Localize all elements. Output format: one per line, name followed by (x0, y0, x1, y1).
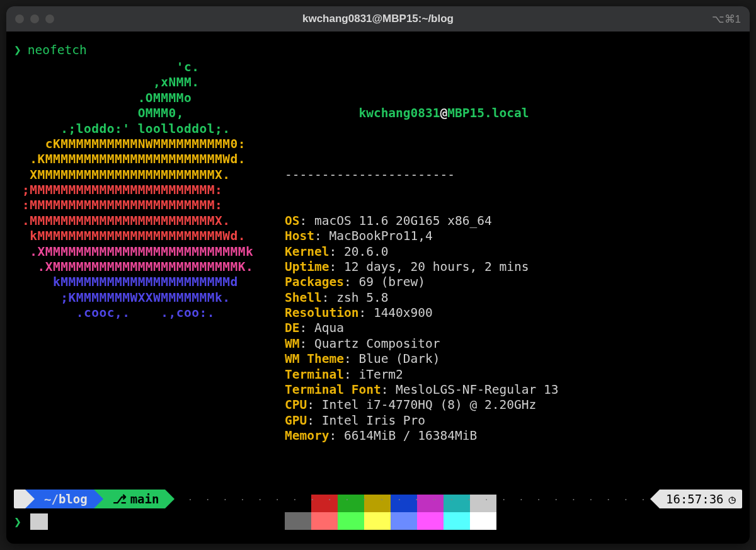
prompt-arrow-icon: ❯ (14, 43, 21, 57)
command-text: neofetch (28, 43, 87, 57)
info-separator: ----------------------- (285, 168, 558, 183)
info-value: 12 days, 20 hours, 2 mins (344, 260, 529, 274)
ascii-line: .;loddo:' loolloddol;. (14, 122, 285, 137)
color-swatch (444, 512, 470, 530)
terminal-body[interactable]: ❯ neofetch 'c. ,xNMM. .OMMMMo OMMM0, .;l… (6, 32, 750, 544)
ascii-line: ;MMMMMMMMMMMMMMMMMMMMMMMM: (14, 183, 285, 198)
info-row: WM: Quartz Compositor (285, 336, 558, 352)
info-row: CPU: Intel i7-4770HQ (8) @ 2.20GHz (285, 398, 558, 413)
powerline-filler: · · · · · · · · · · · · · · · · · · · · … (165, 495, 660, 504)
info-value: 20.6.0 (344, 244, 388, 259)
window-shortcut-hint: ⌥⌘1 (712, 13, 741, 26)
ascii-line: .KMMMMMMMMMMMMMMMMMMMMMMMWd. (14, 152, 285, 167)
info-colon: : (344, 275, 358, 289)
titlebar: kwchang0831@MBP15:~/blog ⌥⌘1 (6, 6, 750, 32)
info-colon: : (344, 367, 358, 382)
info-value: Blue (Dark) (358, 352, 440, 366)
info-value: zsh 5.8 (336, 290, 388, 305)
info-key: GPU (285, 413, 307, 428)
ascii-line: :MMMMMMMMMMMMMMMMMMMMMMMM: (14, 198, 285, 213)
color-swatch (417, 512, 444, 530)
info-value: Aqua (314, 321, 344, 335)
ascii-line: cKMMMMMMMMMMNWMMMMMMMMMM0: (14, 137, 285, 152)
info-colon: : (299, 321, 314, 335)
color-swatch (391, 512, 417, 530)
info-value: 69 (brew) (358, 275, 425, 289)
info-row: Resolution: 1440x900 (285, 306, 558, 321)
info-row: Terminal: iTerm2 (285, 367, 558, 382)
info-row: OS: macOS 11.6 20G165 x86_64 (285, 214, 558, 229)
zoom-button[interactable] (45, 14, 54, 23)
info-row: WM Theme: Blue (Dark) (285, 352, 558, 367)
command-line: ❯ neofetch (14, 43, 742, 57)
info-key: CPU (285, 398, 307, 412)
powerline-os-segment (14, 490, 25, 508)
ascii-line: ,xNMM. (14, 75, 285, 90)
info-row: Host: MacBookPro11,4 (285, 229, 558, 244)
info-colon: : (358, 306, 373, 320)
info-colon: : (344, 352, 358, 366)
ascii-line: 'c. (14, 60, 285, 75)
neofetch-output: 'c. ,xNMM. .OMMMMo OMMM0, .;loddo:' lool… (14, 60, 742, 544)
ascii-line: XMMMMMMMMMMMMMMMMMMMMMMMX. (14, 168, 285, 183)
info-value: iTerm2 (358, 367, 403, 382)
system-info: kwchang0831@MBP15.local ----------------… (285, 60, 558, 544)
info-key: Kernel (285, 244, 329, 259)
color-swatch (285, 512, 311, 530)
info-colon: : (299, 336, 314, 351)
info-colon: : (329, 260, 343, 274)
info-header: kwchang0831@MBP15.local (285, 91, 558, 137)
info-row: Shell: zsh 5.8 (285, 290, 558, 306)
info-key: Resolution (285, 306, 358, 320)
info-row: GPU: Intel Iris Pro (285, 413, 558, 428)
terminal-window: kwchang0831@MBP15:~/blog ⌥⌘1 ❯ neofetch … (6, 6, 750, 544)
color-swatch (364, 512, 391, 530)
info-key: Host (285, 229, 314, 243)
close-button[interactable] (15, 14, 24, 23)
info-value: Quartz Compositor (314, 336, 440, 351)
info-row: Uptime: 12 days, 20 hours, 2 mins (285, 260, 558, 275)
powerline-path-segment: ~/blog (25, 490, 94, 508)
info-colon: : (329, 244, 343, 259)
ascii-line: .XMMMMMMMMMMMMMMMMMMMMMMMMMMk (14, 244, 285, 260)
info-key: OS (285, 214, 299, 228)
branch-icon: ⎇ (113, 492, 127, 506)
info-key: Terminal (285, 367, 344, 382)
ascii-line: ;KMMMMMMMWXXWMMMMMMMk. (14, 290, 285, 306)
ascii-line: .cooc,. .,coo:. (14, 306, 285, 321)
powerline-status: ~/blog ⎇ main · · · · · · · · · · · · · … (14, 490, 742, 508)
info-value: 1440x900 (374, 306, 433, 320)
branch-name: main (130, 492, 159, 506)
info-row: Memory: 6614MiB / 16384MiB (285, 428, 558, 444)
info-row: Packages: 69 (brew) (285, 275, 558, 290)
info-colon: : (307, 398, 321, 412)
info-value: macOS 11.6 20G165 x86_64 (314, 214, 492, 228)
info-key: WM Theme (285, 352, 344, 366)
path-prefix: ~/ (44, 492, 59, 506)
info-row: Kernel: 20.6.0 (285, 244, 558, 260)
info-key: Shell (285, 290, 322, 305)
input-prompt[interactable]: ❯ (14, 513, 48, 530)
clock-icon: ◷ (729, 492, 736, 506)
info-value: Intel Iris Pro (322, 413, 425, 428)
powerline-time-segment: 16:57:36 ◷ (660, 490, 742, 508)
traffic-lights (15, 14, 54, 23)
info-value: 6614MiB / 16384MiB (344, 428, 477, 443)
info-value: MesloLGS-NF-Regular 13 (396, 382, 558, 397)
info-key: Memory (285, 428, 329, 443)
minimize-button[interactable] (30, 14, 39, 23)
info-value: MacBookPro11,4 (329, 229, 432, 243)
info-colon: : (329, 428, 343, 443)
ascii-line: kMMMMMMMMMMMMMMMMMMMMMMMMWd. (14, 229, 285, 244)
color-swatch (338, 512, 364, 530)
info-key: Uptime (285, 260, 329, 274)
info-row: DE: Aqua (285, 321, 558, 336)
clock-time: 16:57:36 (666, 492, 724, 506)
color-swatch (470, 512, 496, 530)
info-key: DE (285, 321, 299, 335)
info-colon: : (314, 229, 329, 243)
info-host: MBP15.local (447, 106, 529, 120)
info-colon: : (299, 214, 314, 228)
ascii-logo: 'c. ,xNMM. .OMMMMo OMMM0, .;loddo:' lool… (14, 60, 285, 321)
ascii-line: .MMMMMMMMMMMMMMMMMMMMMMMMX. (14, 214, 285, 229)
